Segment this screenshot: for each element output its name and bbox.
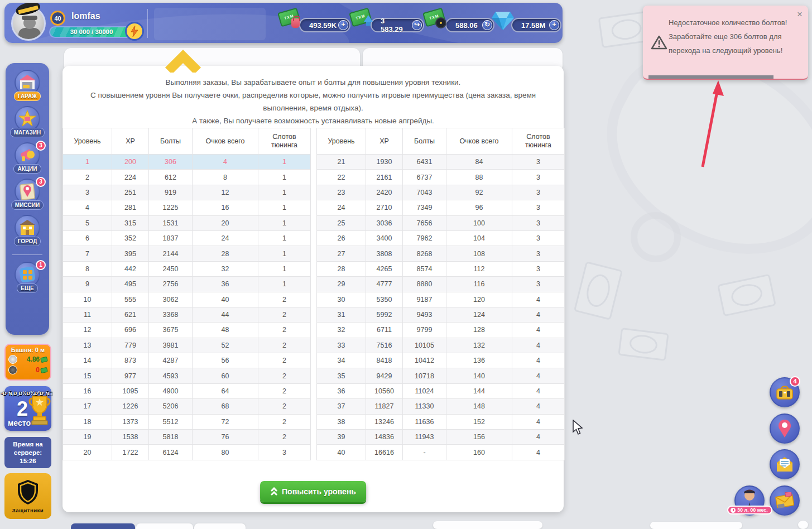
sidebar-item-more[interactable]: 1 ЕЩЕ xyxy=(6,262,49,293)
table-cell: 495 xyxy=(112,277,149,292)
table-cell: 72 xyxy=(193,414,258,429)
table-row: 27380882681083 xyxy=(317,246,565,261)
table-cell: 3 xyxy=(512,277,565,292)
table-cell: 4 xyxy=(512,292,565,307)
table-cell: 21 xyxy=(317,155,366,170)
add-money-button[interactable]: + xyxy=(338,20,348,30)
table-cell: 48 xyxy=(193,323,258,338)
bottom-circle xyxy=(798,521,808,529)
table-cell: 3400 xyxy=(366,230,403,246)
table-row: 105553062402 xyxy=(63,292,311,307)
table-cell: 2 xyxy=(258,323,311,338)
table-cell: 156 xyxy=(446,430,512,445)
table-cell: 56 xyxy=(193,353,258,368)
table-cell: 23 xyxy=(317,185,366,200)
upgrade-level-button[interactable]: Повысить уровень xyxy=(260,481,366,502)
table-cell: 60 xyxy=(193,368,258,383)
table-cell: 39 xyxy=(317,430,366,445)
table-row: 3711827113301484 xyxy=(317,399,565,414)
bottom-tab[interactable] xyxy=(136,523,193,529)
table-cell: 8574 xyxy=(403,261,446,276)
currency-wheel-value: 588.06 xyxy=(455,21,478,30)
table-cell: 13246 xyxy=(366,414,403,429)
table-cell: 224 xyxy=(112,170,149,185)
open-envelope-icon xyxy=(776,456,794,473)
table-cell: 52 xyxy=(193,338,258,353)
tower-widget[interactable]: Башня: 0 м 4.86 0 xyxy=(4,344,51,381)
table-row: 2427107349963 xyxy=(317,200,565,215)
table-row: 2119306431843 xyxy=(317,155,565,170)
tower-value-1: 4.86 xyxy=(17,355,40,363)
inbox-button[interactable] xyxy=(770,449,800,479)
transfer-button[interactable]: ↪ xyxy=(412,20,422,30)
table-cell: 116 xyxy=(446,277,512,292)
lightning-icon[interactable] xyxy=(125,22,144,41)
more-grid-icon xyxy=(19,266,36,283)
mail-button[interactable] xyxy=(770,485,800,516)
table-cell: 4777 xyxy=(366,277,403,292)
table-cell: 5 xyxy=(63,215,112,230)
table-cell: 14836 xyxy=(366,430,403,445)
table-cell: 11 xyxy=(63,307,112,322)
table-cell: 2710 xyxy=(366,200,403,215)
table-row: 2221616737883 xyxy=(317,170,565,185)
league-widget[interactable]: »Ð°Ñ‚Ð¸Ð½Ð¾Ð²Ð°Ñ□ 2 место xyxy=(4,386,51,431)
add-diamonds-button[interactable]: + xyxy=(549,20,559,30)
sidebar-item-garage[interactable]: ГАРАЖ xyxy=(6,70,49,101)
sidebar-item-shop[interactable]: МАГАЗИН xyxy=(6,106,49,137)
table-cell: 5818 xyxy=(149,430,193,445)
sidebar-item-city[interactable]: ГОРОД xyxy=(6,215,49,246)
table-cell: 9799 xyxy=(403,323,446,338)
level-description: Выполняя заказы, Вы зарабатываете опыт и… xyxy=(63,66,564,127)
radio-button[interactable]: 4 xyxy=(770,377,800,407)
sidebar-item-promos[interactable]: 3 АКЦИИ xyxy=(6,142,49,174)
table-cell: - xyxy=(403,445,446,460)
table-cell: 5992 xyxy=(366,307,403,322)
table-cell: 7043 xyxy=(403,185,446,200)
tower-title: Башня: 0 м xyxy=(8,347,47,353)
table-cell: 64 xyxy=(193,383,258,398)
avatar[interactable] xyxy=(11,6,47,42)
game-screen: 40 lomfas 30 000 / 30000 TXM 493.59K + T… xyxy=(0,0,812,529)
table-cell: 9429 xyxy=(366,368,403,383)
table-cell: 8268 xyxy=(403,246,446,261)
bottom-tab[interactable] xyxy=(194,523,246,529)
sidebar-divider xyxy=(12,254,42,255)
table-cell: 1 xyxy=(258,200,311,215)
table-cell: 7 xyxy=(63,246,112,261)
table-cell: 2 xyxy=(63,170,112,185)
map-button[interactable] xyxy=(770,413,800,444)
table-cell: 132 xyxy=(446,338,512,353)
level-tables: УровеньXPБолтыОчков всегоСлотов тюнинга … xyxy=(63,128,564,460)
warning-toast: Недостаточное количество болтов! Заработ… xyxy=(643,6,808,80)
close-icon[interactable]: × xyxy=(797,9,803,20)
table-cell: 919 xyxy=(149,185,193,200)
table-cell: 2 xyxy=(258,368,311,383)
table-cell: 18 xyxy=(63,414,112,429)
table-cell: 6711 xyxy=(366,323,403,338)
table-row: 28426585741123 xyxy=(317,261,565,276)
table-row: 1610954900642 xyxy=(63,383,311,398)
table-cell: 281 xyxy=(112,200,149,215)
table-cell: 84 xyxy=(446,155,512,170)
bottom-tab-active[interactable] xyxy=(71,523,135,529)
sidebar-item-missions[interactable]: 3 МИССИИ xyxy=(6,179,49,210)
table-cell: 4 xyxy=(512,368,565,383)
table-cell: 4 xyxy=(512,430,565,445)
defenders-widget[interactable]: Защитники xyxy=(4,473,51,519)
sidebar-label-city: ГОРОД xyxy=(14,237,41,246)
table-cell: 3062 xyxy=(149,292,193,307)
table-header-cell: XP xyxy=(366,128,403,155)
table-cell: 100 xyxy=(446,215,512,230)
sidebar-label-garage: ГАРАЖ xyxy=(14,92,41,101)
table-cell: 33 xyxy=(317,338,366,353)
table-cell: 1 xyxy=(258,230,311,246)
table-row: 29477788801163 xyxy=(317,277,565,292)
mission-pin-icon xyxy=(19,182,36,200)
league-place-label: место xyxy=(8,419,31,427)
shield-icon xyxy=(17,479,39,506)
mouse-cursor xyxy=(572,420,583,435)
table-cell: 7656 xyxy=(403,215,446,230)
table-row: 26340079621043 xyxy=(317,230,565,246)
table-cell: 8418 xyxy=(366,353,403,368)
